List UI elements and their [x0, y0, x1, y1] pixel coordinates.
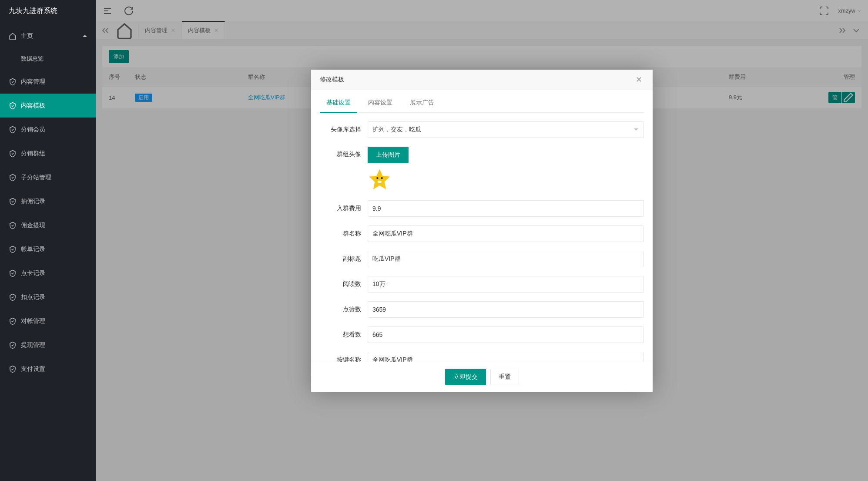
sidebar-item-label: 内容模板 [21, 102, 45, 110]
read-count-input[interactable] [368, 276, 644, 293]
sidebar: 九块九进群系统 主页 数据总览 内容管理内容模板分销会员分销群组子分站管理抽佣记… [0, 0, 96, 481]
sidebar-item-label: 内容管理 [21, 78, 45, 86]
modal-tab[interactable]: 内容设置 [362, 99, 399, 112]
shield-check-icon [9, 78, 17, 86]
sidebar-item[interactable]: 扣点记录 [0, 285, 96, 309]
svg-point-5 [378, 181, 382, 183]
sidebar-item[interactable]: 佣金提现 [0, 213, 96, 237]
app-logo: 九块九进群系统 [0, 0, 96, 22]
avatar-lib-select[interactable]: 扩列，交友，吃瓜 [368, 121, 644, 138]
modal-close-button[interactable]: ✕ [633, 74, 644, 85]
sidebar-item-label: 提现管理 [21, 341, 45, 349]
sidebar-item[interactable]: 分销群组 [0, 141, 96, 165]
shield-check-icon [9, 150, 17, 158]
want-count-input[interactable] [368, 326, 644, 343]
modal-mask: 修改模板 ✕ 基础设置内容设置展示广告 头像库选择 扩列，交友，吃瓜 群组头像 [96, 0, 868, 481]
sidebar-item[interactable]: 分销会员 [0, 118, 96, 141]
form-label: 副标题 [320, 255, 368, 263]
shield-check-icon [9, 317, 17, 325]
submit-button[interactable]: 立即提交 [445, 369, 486, 385]
avatar-preview [368, 168, 392, 192]
sidebar-item[interactable]: 对帐管理 [0, 309, 96, 333]
shield-check-icon [9, 126, 17, 134]
button-name-input[interactable] [368, 352, 644, 362]
sidebar-item-label: 扣点记录 [21, 293, 45, 301]
sidebar-item-label: 帐单记录 [21, 246, 45, 253]
svg-point-4 [381, 177, 383, 178]
form-label: 想看数 [320, 331, 368, 339]
reset-button[interactable]: 重置 [490, 369, 519, 385]
form-label: 入群费用 [320, 205, 368, 212]
form-label: 头像库选择 [320, 126, 368, 134]
upload-image-button[interactable]: 上传图片 [368, 147, 409, 163]
shield-check-icon [9, 246, 17, 253]
modal-title: 修改模板 [320, 76, 633, 84]
shield-check-icon [9, 174, 17, 182]
shield-check-icon [9, 222, 17, 229]
modal-tab[interactable]: 展示广告 [403, 99, 441, 112]
sidebar-item-label: 佣金提现 [21, 222, 45, 229]
sidebar-item[interactable]: 点卡记录 [0, 261, 96, 285]
shield-check-icon [9, 102, 17, 110]
form-label: 群组头像 [320, 147, 368, 158]
sidebar-item[interactable]: 支付设置 [0, 357, 96, 381]
sidebar-item-label: 支付设置 [21, 365, 45, 373]
sidebar-item-label: 分销群组 [21, 150, 45, 158]
group-name-input[interactable] [368, 225, 644, 242]
form-label: 按键名称 [320, 356, 368, 362]
sidebar-item[interactable]: 内容管理 [0, 70, 96, 94]
sidebar-item[interactable]: 子分站管理 [0, 165, 96, 189]
sidebar-item-label: 子分站管理 [21, 174, 51, 182]
shield-check-icon [9, 198, 17, 205]
subtitle-input[interactable] [368, 251, 644, 267]
sidebar-item-label: 对帐管理 [21, 317, 45, 325]
shield-check-icon [9, 341, 17, 349]
shield-check-icon [9, 269, 17, 277]
star-avatar-icon [368, 168, 392, 192]
sidebar-menu: 主页 数据总览 内容管理内容模板分销会员分销群组子分站管理抽佣记录佣金提现帐单记… [0, 22, 96, 481]
modal-tab[interactable]: 基础设置 [320, 99, 357, 113]
sidebar-item[interactable]: 内容模板 [0, 94, 96, 118]
like-count-input[interactable] [368, 301, 644, 318]
shield-check-icon [9, 293, 17, 301]
modal-tabs: 基础设置内容设置展示广告 [320, 99, 644, 113]
sidebar-item-label: 点卡记录 [21, 269, 45, 277]
sidebar-item-label: 主页 [21, 32, 33, 40]
form-label: 阅读数 [320, 280, 368, 288]
sidebar-item-label: 抽佣记录 [21, 198, 45, 205]
form-label: 点赞数 [320, 306, 368, 313]
modal-header: 修改模板 ✕ [311, 70, 653, 90]
svg-point-3 [376, 177, 378, 178]
fee-input[interactable] [368, 200, 644, 217]
sidebar-item-home[interactable]: 主页 [0, 24, 96, 48]
sidebar-item-dashboard[interactable]: 数据总览 [0, 48, 96, 70]
shield-check-icon [9, 365, 17, 373]
sidebar-item-label: 分销会员 [21, 126, 45, 134]
main: xmzyw 内容管理✕内容模板✕ 添加 [96, 0, 868, 481]
form-label: 群名称 [320, 230, 368, 238]
sidebar-item[interactable]: 提现管理 [0, 333, 96, 357]
sidebar-item[interactable]: 帐单记录 [0, 237, 96, 261]
sidebar-item-label: 数据总览 [21, 55, 44, 63]
sidebar-item[interactable]: 抽佣记录 [0, 189, 96, 213]
home-icon [9, 32, 17, 40]
modal: 修改模板 ✕ 基础设置内容设置展示广告 头像库选择 扩列，交友，吃瓜 群组头像 [311, 70, 653, 392]
